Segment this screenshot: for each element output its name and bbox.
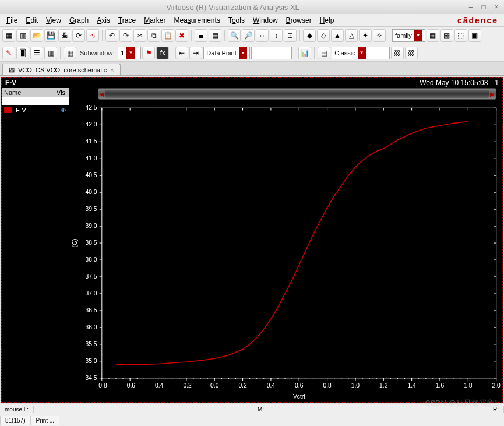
svg-text:1.2: 1.2 [379,382,388,389]
copy-icon[interactable]: ⧉ [147,29,160,42]
close-button[interactable]: × [492,3,501,11]
svg-text:1.0: 1.0 [351,382,360,389]
tool-g1-icon[interactable]: ▦ [427,29,439,42]
fx-icon[interactable]: fx [156,47,169,59]
legend-col-vis[interactable]: Vis [54,88,69,97]
menu-file[interactable]: File [2,15,22,26]
plot-index: 1 [495,79,499,87]
menu-view[interactable]: View [42,15,65,26]
scrub-track[interactable] [105,90,489,98]
family-select[interactable]: family▼ [392,29,425,42]
panel-icon[interactable]: ▤ [209,29,221,42]
link-icon[interactable]: ⛓ [391,47,404,59]
subwindow-select[interactable]: 1▼ [118,47,141,59]
legend-panel: Name Vis F-V 👁 [2,88,69,402]
cards-icon[interactable]: 🂠 [16,47,29,59]
menu-trace[interactable]: Trace [114,15,140,26]
toolbar-2: ✎ 🂠 ☰ ▥ ▦ Subwindow: 1▼ ⚑ fx ⇤ ⇥ Data Po… [0,44,504,62]
new-window-icon[interactable]: ▦ [2,29,15,42]
svg-text:0.2: 0.2 [238,382,247,389]
menu-browser[interactable]: Browser [282,15,316,26]
plot-timestamp: Wed May 10 15:05:03 [420,79,488,87]
redo-icon[interactable]: ↷ [119,29,132,42]
datapoint-select[interactable]: Data Point▾ [203,47,250,59]
menu-window[interactable]: Window [249,15,282,26]
tab-schematic[interactable]: ▨ VCO_CS VCO_core schematic × [2,64,121,75]
chart-icon[interactable]: 📊 [298,47,311,59]
svg-text:0.4: 0.4 [267,382,276,389]
strip-icon[interactable]: ≣ [195,29,207,42]
window-titlebar: Virtuoso (R) Visualization & Analysis XL… [0,0,504,14]
marker-f-icon[interactable]: ✧ [373,29,386,42]
tool-g4-icon[interactable]: ▣ [468,29,481,42]
marker-d-icon[interactable]: △ [345,29,358,42]
snap-right-icon[interactable]: ⇥ [189,47,202,59]
h-split-icon[interactable]: ☰ [30,47,43,59]
scrub-right-icon[interactable]: ▶ [489,91,496,97]
undo-icon[interactable]: ↶ [105,29,118,42]
toolbar-1: ▦ ▥ 📂 💾 🖶 ⟳ ∿ ↶ ↷ ✂ ⧉ 📋 ✖ ≣ ▤ 🔍 🔎 ↔ ↕ ⊡ … [0,27,504,44]
v-split-icon[interactable]: ▥ [44,47,57,59]
svg-rect-0 [102,108,496,378]
zoom-y-icon[interactable]: ↕ [270,29,283,42]
tab-bar: ▨ VCO_CS VCO_core schematic × [0,62,504,76]
svg-text:-0.2: -0.2 [181,382,192,389]
tab-close-icon[interactable]: × [110,66,114,73]
tool-g3-icon[interactable]: ⬚ [454,29,467,42]
tool-g2-icon[interactable]: ▩ [440,29,453,42]
wand-icon[interactable]: ✎ [2,47,15,59]
legend-header: Name Vis [2,88,69,97]
menu-tools[interactable]: Tools [224,15,249,26]
menu-help[interactable]: Help [316,15,339,26]
tab-doc-icon: ▨ [9,66,15,73]
reload-icon[interactable]: ⟳ [72,29,85,42]
menu-axis[interactable]: Axis [93,15,114,26]
legend-visibility-icon[interactable]: 👁 [61,107,66,114]
svg-text:1.4: 1.4 [407,382,416,389]
legend-filter-input[interactable] [2,97,69,105]
print-icon[interactable]: 🖶 [58,29,71,42]
minimize-button[interactable]: – [467,3,475,11]
marker-e-icon[interactable]: ✦ [359,29,372,42]
chart-svg[interactable]: 34.535.035.536.036.537.037.538.038.539.0… [69,102,502,402]
open-icon[interactable]: 📂 [30,29,43,42]
classic-select[interactable]: Classic▼ [332,47,390,59]
svg-text:0.8: 0.8 [323,382,332,389]
legend-col-name[interactable]: Name [2,88,54,97]
scrub-left-icon[interactable]: ◀ [98,91,105,97]
snap-left-icon[interactable]: ⇤ [175,47,188,59]
svg-text:Vctrl: Vctrl [293,393,305,400]
svg-text:41.5: 41.5 [85,138,97,145]
datapoint-input[interactable] [251,47,292,59]
marker-a-icon[interactable]: ◆ [303,29,316,42]
zoom-in-icon[interactable]: 🔍 [228,29,241,42]
time-scrubber[interactable]: ◀ ▶ [98,88,496,100]
delete-icon[interactable]: ✖ [175,29,188,42]
status-print[interactable]: Print ... [30,416,59,425]
chart-canvas[interactable]: ◀ ▶ 34.535.035.536.036.537.037.538.038.5… [69,88,502,402]
unlink-icon[interactable]: ⛓̸ [405,47,418,59]
wave-icon[interactable]: ∿ [86,29,99,42]
calc-icon[interactable]: ▤ [318,47,330,59]
menu-edit[interactable]: Edit [22,15,42,26]
fit-icon[interactable]: ⊡ [284,29,297,42]
save-icon[interactable]: 💾 [44,29,57,42]
cut-icon[interactable]: ✂ [133,29,146,42]
marker-c-icon[interactable]: ▲ [331,29,344,42]
paste-icon[interactable]: 📋 [161,29,174,42]
layout-icon[interactable]: ▥ [16,29,29,42]
grid-icon[interactable]: ▦ [64,47,76,59]
menu-graph[interactable]: Graph [65,15,93,26]
legend-item-fv[interactable]: F-V 👁 [2,105,69,115]
tab-label: VCO_CS VCO_core schematic [18,66,107,73]
maximize-button[interactable]: □ [480,3,488,11]
menu-measurements[interactable]: Measurements [170,15,224,26]
svg-text:36.0: 36.0 [85,324,97,330]
plot-header: F-V Wed May 10 15:05:03 1 [2,78,502,88]
menu-marker[interactable]: Marker [140,15,170,26]
flag-icon[interactable]: ⚑ [142,47,155,59]
zoom-x-icon[interactable]: ↔ [256,29,269,42]
svg-text:40.5: 40.5 [85,172,97,178]
zoom-out-icon[interactable]: 🔎 [242,29,255,42]
marker-b-icon[interactable]: ◇ [317,29,330,42]
